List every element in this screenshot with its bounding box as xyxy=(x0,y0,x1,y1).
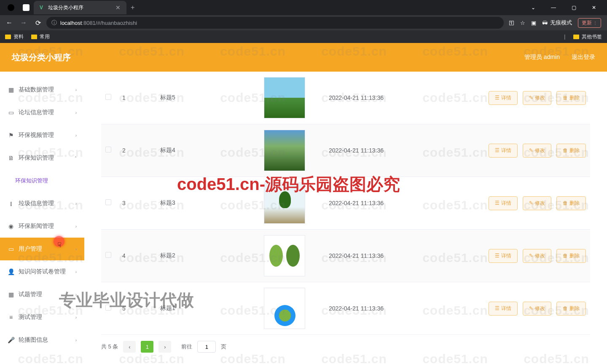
tab-2[interactable] xyxy=(19,1,34,14)
tab-1[interactable] xyxy=(3,1,19,14)
sidebar-subitem[interactable]: 环保知识管理 xyxy=(0,169,84,192)
delete-icon: 🗑 xyxy=(563,253,568,259)
close-window-button[interactable]: ✕ xyxy=(584,1,604,14)
detail-button[interactable]: ☰详情 xyxy=(489,91,518,105)
row-index: 1 xyxy=(122,94,160,101)
delete-icon: 🗑 xyxy=(563,147,568,153)
sidebar-item[interactable]: ▦总览数据管理 xyxy=(0,72,84,78)
data-table: 1标题52022-04-21 11:13:36☰详情✎修改🗑删除2标题42022… xyxy=(101,72,590,335)
edit-button[interactable]: ✎修改 xyxy=(523,91,551,105)
menu-icon: ≡ xyxy=(8,314,14,321)
menu-icon: 🎤 xyxy=(8,337,14,343)
row-title: 标题4 xyxy=(160,147,240,154)
row-checkbox[interactable] xyxy=(105,305,111,310)
sidebar-item[interactable]: ▦试题管理› xyxy=(0,283,84,306)
address-bar[interactable]: ⓘ localhost:8081/#/huanbaozhishi xyxy=(46,17,504,29)
row-index: 5 xyxy=(122,305,160,312)
chevron-icon: › xyxy=(75,110,77,115)
row-date: 2022-04-21 11:13:36 xyxy=(329,94,426,101)
chevron-icon: › xyxy=(75,224,77,229)
sidebar-item[interactable]: ≡测试管理› xyxy=(0,306,84,329)
edit-button[interactable]: ✎修改 xyxy=(523,249,551,263)
delete-button[interactable]: 🗑删除 xyxy=(556,249,586,263)
delete-icon: 🗑 xyxy=(563,305,568,311)
sidebar-item[interactable]: 🗎环保知识管理˄ xyxy=(0,147,84,169)
sidebar-item-label: 垃圾信息管理 xyxy=(19,200,54,207)
close-icon[interactable]: ✕ xyxy=(114,4,122,11)
row-date: 2022-04-21 11:13:36 xyxy=(329,200,426,206)
menu-icon: ▦ xyxy=(8,291,14,298)
logout-link[interactable]: 退出登录 xyxy=(572,54,595,61)
sidebar-item-label: 论坛信息管理 xyxy=(19,109,54,116)
new-tab-button[interactable]: + xyxy=(126,4,139,11)
row-checkbox[interactable] xyxy=(105,147,111,153)
chevron-icon: › xyxy=(75,247,77,252)
sidebar-item-label: 试题管理 xyxy=(19,291,42,298)
incognito-indicator: 🕶 无痕模式 xyxy=(542,19,572,27)
sidebar-item[interactable]: 🎤轮播图信息› xyxy=(0,329,84,351)
tab-active[interactable]: V 垃圾分类小程序 ✕ xyxy=(34,1,126,14)
detail-button[interactable]: ☰详情 xyxy=(489,302,518,316)
edit-icon: ✎ xyxy=(529,200,533,206)
sidebar-item[interactable]: ▭用户管理› xyxy=(0,238,84,260)
page-next-button[interactable]: › xyxy=(158,341,171,353)
window-controls: ⌄ — ▢ ✕ xyxy=(524,1,604,14)
edit-button[interactable]: ✎修改 xyxy=(523,302,551,316)
table-row: 3标题32022-04-21 11:13:36☰详情✎修改🗑删除 xyxy=(101,177,590,230)
row-date: 2022-04-21 11:13:36 xyxy=(329,252,426,259)
edit-icon: ✎ xyxy=(529,305,533,311)
bookmark-folder-2[interactable]: 常用 xyxy=(31,33,50,40)
menu-icon: ▭ xyxy=(8,246,14,252)
delete-button[interactable]: 🗑删除 xyxy=(556,91,586,105)
row-image xyxy=(264,235,305,276)
extensions-icon[interactable]: ▣ xyxy=(531,20,536,26)
edit-button[interactable]: ✎修改 xyxy=(523,144,551,158)
other-bookmarks[interactable]: | 其他书签 xyxy=(564,33,602,40)
page-current[interactable]: 1 xyxy=(141,341,153,353)
goto-suffix: 页 xyxy=(221,343,226,351)
menu-icon: ⚑ xyxy=(8,132,14,139)
delete-button[interactable]: 🗑删除 xyxy=(556,196,586,210)
pointer-icon: ☟ xyxy=(57,241,62,249)
sidebar-item[interactable]: ◉环保新闻管理› xyxy=(0,215,84,238)
bookmark-folder-1[interactable]: 资料 xyxy=(5,33,24,40)
chevron-icon: › xyxy=(75,133,77,138)
update-button[interactable]: 更新 ⋮ xyxy=(578,18,601,28)
back-button[interactable]: ← xyxy=(3,17,15,29)
detail-button[interactable]: ☰详情 xyxy=(489,196,518,210)
sidebar-item[interactable]: ▭论坛信息管理› xyxy=(0,101,84,124)
user-label[interactable]: 管理员 admin xyxy=(524,54,560,61)
detail-button[interactable]: ☰详情 xyxy=(489,249,518,263)
star-icon[interactable]: ☆ xyxy=(520,20,525,26)
forward-button[interactable]: → xyxy=(18,17,30,29)
page-prev-button[interactable]: ‹ xyxy=(123,341,136,353)
reload-button[interactable]: ⟳ xyxy=(32,17,44,29)
edit-button[interactable]: ✎修改 xyxy=(523,196,551,210)
maximize-button[interactable]: ▢ xyxy=(564,1,583,14)
sidebar-item[interactable]: ▦基础数据管理› xyxy=(0,78,84,101)
delete-button[interactable]: 🗑删除 xyxy=(556,302,586,316)
row-title: 标题5 xyxy=(160,94,240,102)
url-path: /#/huanbaozhishi xyxy=(96,20,137,26)
chevron-icon: › xyxy=(75,270,77,274)
row-date: 2022-04-21 11:13:36 xyxy=(329,147,426,154)
row-checkbox[interactable] xyxy=(105,94,111,100)
detail-icon: ☰ xyxy=(495,147,500,153)
folder-icon xyxy=(31,35,37,39)
row-checkbox[interactable] xyxy=(105,199,111,205)
row-checkbox[interactable] xyxy=(105,252,111,258)
minimize-button[interactable]: — xyxy=(544,1,563,14)
detail-icon: ☰ xyxy=(495,200,500,206)
detail-button[interactable]: ☰详情 xyxy=(489,144,518,158)
key-icon[interactable]: ⚿ xyxy=(509,20,514,26)
sidebar-item[interactable]: ⫿垃圾信息管理› xyxy=(0,192,84,215)
goto-input[interactable] xyxy=(197,341,216,353)
chevron-icon: ˄ xyxy=(75,156,77,161)
sidebar-item[interactable]: ⚑环保视频管理› xyxy=(0,124,84,147)
chevron-down-icon[interactable]: ⌄ xyxy=(524,1,543,14)
chevron-icon: › xyxy=(75,338,77,343)
navigation-row: ← → ⟳ ⓘ localhost:8081/#/huanbaozhishi ⚿… xyxy=(0,15,607,30)
tab-title: 垃圾分类小程序 xyxy=(48,4,83,11)
sidebar-item[interactable]: 👤知识问答试卷管理› xyxy=(0,260,84,283)
delete-button[interactable]: 🗑删除 xyxy=(556,144,586,158)
